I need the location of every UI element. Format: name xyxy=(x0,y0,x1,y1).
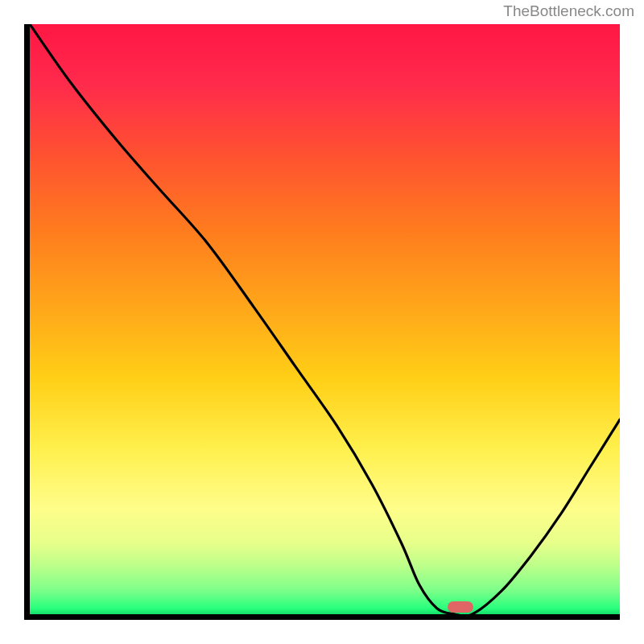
bottleneck-curve xyxy=(30,24,620,614)
watermark-text: TheBottleneck.com xyxy=(503,2,634,20)
bottleneck-chart: TheBottleneck.com xyxy=(0,0,644,644)
plot-area xyxy=(24,24,620,620)
curve-svg xyxy=(30,24,620,614)
optimal-marker xyxy=(448,601,473,613)
